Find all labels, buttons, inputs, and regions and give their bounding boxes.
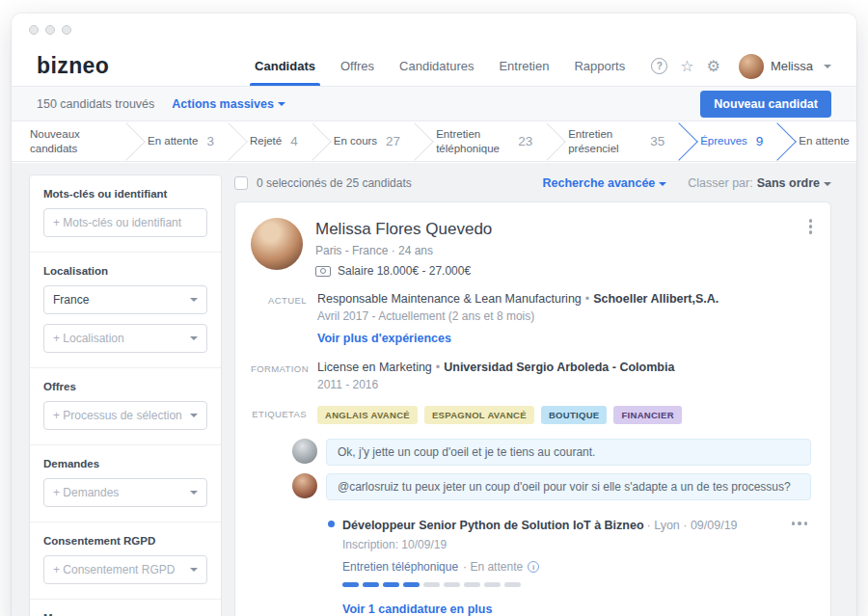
window-chrome xyxy=(12,13,856,46)
stage-separator xyxy=(670,121,688,161)
nav-tab-offres[interactable]: Offres xyxy=(328,46,387,86)
education-school: Universidad Sergio Arboleda - Colombia xyxy=(444,361,674,374)
tag-chip[interactable]: BOUTIQUE xyxy=(541,406,608,424)
stage-tab-entretien-presenciel[interactable]: Entretien présenciel35 xyxy=(556,121,670,161)
progress-segment xyxy=(403,582,420,587)
current-position-section: ACTUEL Responsable Maintenance & Lean Ma… xyxy=(251,292,811,346)
star-icon[interactable]: ☆ xyxy=(680,59,693,74)
stage-separator xyxy=(304,121,321,161)
stage-tab-en-cours[interactable]: En cours27 xyxy=(321,121,406,161)
stage-separator xyxy=(220,121,237,161)
window-control-dot[interactable] xyxy=(45,25,55,35)
progress-segment xyxy=(464,582,480,587)
comment: Ok, j'y jette un coup d'oeil et je te ti… xyxy=(292,439,811,466)
current-position-dates: Avril 2017 - Actuellement (2 ans et 8 mo… xyxy=(317,309,811,323)
chevron-down-icon xyxy=(190,298,198,302)
tag-chip[interactable]: FINANCIER xyxy=(613,406,681,424)
window-control-dot[interactable] xyxy=(29,25,39,35)
salary-icon xyxy=(315,266,331,277)
filters-sidebar: Mots-clés ou identifiant Localisation Fr… xyxy=(29,174,222,616)
candidate-name[interactable]: Melissa Flores Quevedo xyxy=(315,220,492,239)
gear-icon[interactable]: ⚙ xyxy=(707,59,720,74)
candidate-meta: Paris - France · 24 ans xyxy=(315,244,492,257)
new-candidate-button[interactable]: Nouveau candidat xyxy=(700,91,831,118)
application-item: Développeur Senior Python de Solution Io… xyxy=(328,516,811,587)
stage-separator xyxy=(118,121,135,161)
education-dates: 2011 - 2016 xyxy=(317,378,811,391)
stage-tab-entretien-telephonique[interactable]: Entretien téléphonique23 xyxy=(423,121,538,161)
nav-tab-candidatures[interactable]: Candidatures xyxy=(387,46,486,86)
nav-tab-rapports[interactable]: Rapports xyxy=(561,46,637,86)
commenter-avatar xyxy=(292,473,317,498)
chevron-down-icon xyxy=(190,336,198,340)
tags-section: ETIQUETAS ANGLAIS AVANCÉ ESPAGNOL AVANCÉ… xyxy=(251,406,811,424)
gdpr-select[interactable]: + Consentement RGPD xyxy=(43,555,207,584)
list-header: 0 seleccionés de 25 candidats Recherche … xyxy=(234,176,831,190)
location-add-select[interactable]: + Localisation xyxy=(43,324,207,353)
keywords-input[interactable] xyxy=(43,208,207,237)
requests-select[interactable]: + Demandes xyxy=(43,478,207,507)
progress-segment xyxy=(444,582,460,587)
application-progress xyxy=(342,582,773,587)
separator: • xyxy=(585,292,589,306)
window-control-dot[interactable] xyxy=(62,25,71,35)
stage-tab-nouveaux-candidats[interactable]: Nouveaux candidats xyxy=(17,121,118,161)
content-area: Mots-clés ou identifiant Localisation Fr… xyxy=(12,163,856,616)
comment: @carlosruiz tu peux jeter un coup d'oeil… xyxy=(292,473,811,500)
filter-offers: Offres + Processus de sélection xyxy=(30,368,221,445)
application-title[interactable]: Développeur Senior Python de Solution Io… xyxy=(342,519,644,532)
tag-chip[interactable]: ANGLAIS AVANCÉ xyxy=(317,406,418,424)
advanced-search-dropdown[interactable]: Recherche avancée xyxy=(543,176,667,190)
brand-logo[interactable]: bizneo xyxy=(37,53,109,79)
user-menu[interactable]: Melissa xyxy=(739,54,831,79)
help-icon[interactable]: ? xyxy=(651,58,667,74)
location-select[interactable]: France xyxy=(43,285,207,314)
filter-keywords: Mots-clés ou identifiant xyxy=(30,175,221,253)
more-applications-link[interactable]: Voir 1 candidature en plus xyxy=(342,603,492,616)
progress-segment xyxy=(342,582,359,587)
filter-brands: Marques + Marques xyxy=(30,600,221,616)
select-all-checkbox[interactable] xyxy=(234,176,248,190)
comments-section: Ok, j'y jette un coup d'oeil et je te ti… xyxy=(292,439,811,500)
bulk-actions-dropdown[interactable]: Actions massives xyxy=(172,97,285,111)
info-icon[interactable]: i xyxy=(528,561,539,573)
status-dot-icon xyxy=(328,521,335,527)
chevron-down-icon xyxy=(659,182,666,186)
offers-select[interactable]: + Processus de sélection xyxy=(43,401,207,430)
user-name: Melissa xyxy=(771,59,813,73)
application-menu-icon[interactable] xyxy=(788,518,812,529)
more-experiences-link[interactable]: Voir plus d'expériences xyxy=(317,332,451,345)
current-company: Schoeller Allibert,S.A. xyxy=(593,292,719,306)
stage-separator xyxy=(769,121,786,161)
progress-segment xyxy=(383,582,399,587)
chevron-down-icon xyxy=(824,182,831,186)
main-nav: Candidats Offres Candidatures Entretien … xyxy=(242,46,637,86)
results-count: 150 candidats trouvés xyxy=(37,97,154,111)
nav-tab-entretien[interactable]: Entretien xyxy=(486,46,561,86)
current-position-title: Responsable Maintenance & Lean Manufactu… xyxy=(317,292,582,306)
nav-tab-candidats[interactable]: Candidats xyxy=(242,46,328,86)
stage-tab-epreuves[interactable]: Épreuves9 xyxy=(688,121,769,161)
candidate-card: Melissa Flores Quevedo Paris - France · … xyxy=(234,201,831,616)
filter-location: Localisation France + Localisation xyxy=(30,253,221,368)
stage-tab-en-attente[interactable]: En attente3 xyxy=(135,121,220,161)
stage-separator xyxy=(406,121,423,161)
card-menu-icon[interactable] xyxy=(806,216,816,237)
application-registration: Inscription: 10/09/19 xyxy=(342,538,773,551)
header-icons: ? ☆ ⚙ Melissa xyxy=(651,46,831,86)
filter-requests: Demandes + Demandes xyxy=(30,445,221,522)
stage-separator xyxy=(538,121,556,161)
application-stage: Entretien téléphonique · En attente i xyxy=(342,560,773,574)
filter-gdpr: Consentement RGPD + Consentement RGPD xyxy=(30,522,221,600)
results-toolbar: 150 candidats trouvés Actions massives N… xyxy=(12,87,856,121)
progress-segment xyxy=(484,582,501,587)
commenter-avatar xyxy=(292,439,317,464)
comment-bubble: Ok, j'y jette un coup d'oeil et je te ti… xyxy=(326,439,811,466)
sort-dropdown[interactable]: Classer par:Sans ordre xyxy=(688,176,831,190)
progress-segment xyxy=(504,582,521,587)
candidate-avatar[interactable] xyxy=(251,218,303,270)
chevron-down-icon xyxy=(278,102,285,106)
tag-chip[interactable]: ESPAGNOL AVANCÉ xyxy=(424,406,534,424)
chevron-down-icon xyxy=(190,568,198,572)
chevron-down-icon xyxy=(824,65,831,68)
